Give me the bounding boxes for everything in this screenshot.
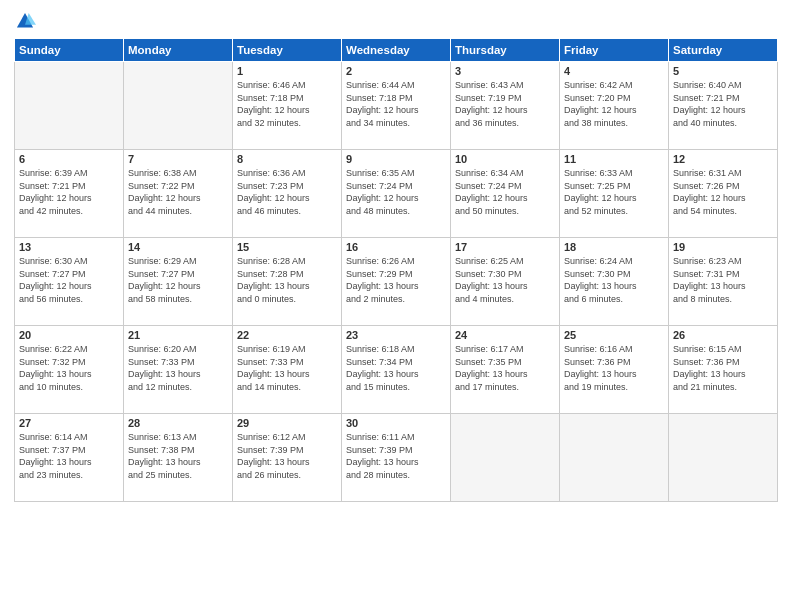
calendar-header-row: SundayMondayTuesdayWednesdayThursdayFrid…: [15, 39, 778, 62]
day-number: 20: [19, 329, 119, 341]
calendar-cell: 30Sunrise: 6:11 AM Sunset: 7:39 PM Dayli…: [342, 414, 451, 502]
day-detail: Sunrise: 6:24 AM Sunset: 7:30 PM Dayligh…: [564, 255, 664, 305]
calendar-cell: 4Sunrise: 6:42 AM Sunset: 7:20 PM Daylig…: [560, 62, 669, 150]
calendar-cell: 7Sunrise: 6:38 AM Sunset: 7:22 PM Daylig…: [124, 150, 233, 238]
calendar: SundayMondayTuesdayWednesdayThursdayFrid…: [14, 38, 778, 502]
day-number: 1: [237, 65, 337, 77]
day-number: 13: [19, 241, 119, 253]
day-detail: Sunrise: 6:28 AM Sunset: 7:28 PM Dayligh…: [237, 255, 337, 305]
calendar-cell: 29Sunrise: 6:12 AM Sunset: 7:39 PM Dayli…: [233, 414, 342, 502]
day-number: 7: [128, 153, 228, 165]
day-detail: Sunrise: 6:22 AM Sunset: 7:32 PM Dayligh…: [19, 343, 119, 393]
day-number: 30: [346, 417, 446, 429]
day-number: 17: [455, 241, 555, 253]
calendar-cell: [124, 62, 233, 150]
day-detail: Sunrise: 6:25 AM Sunset: 7:30 PM Dayligh…: [455, 255, 555, 305]
calendar-cell: 12Sunrise: 6:31 AM Sunset: 7:26 PM Dayli…: [669, 150, 778, 238]
calendar-cell: 27Sunrise: 6:14 AM Sunset: 7:37 PM Dayli…: [15, 414, 124, 502]
week-row-2: 6Sunrise: 6:39 AM Sunset: 7:21 PM Daylig…: [15, 150, 778, 238]
calendar-cell: 14Sunrise: 6:29 AM Sunset: 7:27 PM Dayli…: [124, 238, 233, 326]
column-header-thursday: Thursday: [451, 39, 560, 62]
logo-icon: [14, 10, 36, 32]
day-number: 25: [564, 329, 664, 341]
calendar-cell: 16Sunrise: 6:26 AM Sunset: 7:29 PM Dayli…: [342, 238, 451, 326]
calendar-cell: 13Sunrise: 6:30 AM Sunset: 7:27 PM Dayli…: [15, 238, 124, 326]
day-detail: Sunrise: 6:35 AM Sunset: 7:24 PM Dayligh…: [346, 167, 446, 217]
calendar-cell: 18Sunrise: 6:24 AM Sunset: 7:30 PM Dayli…: [560, 238, 669, 326]
calendar-cell: [451, 414, 560, 502]
day-detail: Sunrise: 6:20 AM Sunset: 7:33 PM Dayligh…: [128, 343, 228, 393]
day-number: 2: [346, 65, 446, 77]
calendar-cell: [560, 414, 669, 502]
day-number: 5: [673, 65, 773, 77]
calendar-cell: 15Sunrise: 6:28 AM Sunset: 7:28 PM Dayli…: [233, 238, 342, 326]
day-number: 16: [346, 241, 446, 253]
calendar-cell: 20Sunrise: 6:22 AM Sunset: 7:32 PM Dayli…: [15, 326, 124, 414]
calendar-cell: 6Sunrise: 6:39 AM Sunset: 7:21 PM Daylig…: [15, 150, 124, 238]
day-number: 14: [128, 241, 228, 253]
day-number: 22: [237, 329, 337, 341]
day-detail: Sunrise: 6:23 AM Sunset: 7:31 PM Dayligh…: [673, 255, 773, 305]
calendar-cell: 22Sunrise: 6:19 AM Sunset: 7:33 PM Dayli…: [233, 326, 342, 414]
day-detail: Sunrise: 6:16 AM Sunset: 7:36 PM Dayligh…: [564, 343, 664, 393]
column-header-friday: Friday: [560, 39, 669, 62]
day-detail: Sunrise: 6:36 AM Sunset: 7:23 PM Dayligh…: [237, 167, 337, 217]
calendar-cell: 2Sunrise: 6:44 AM Sunset: 7:18 PM Daylig…: [342, 62, 451, 150]
calendar-cell: 11Sunrise: 6:33 AM Sunset: 7:25 PM Dayli…: [560, 150, 669, 238]
week-row-3: 13Sunrise: 6:30 AM Sunset: 7:27 PM Dayli…: [15, 238, 778, 326]
day-number: 24: [455, 329, 555, 341]
calendar-cell: 23Sunrise: 6:18 AM Sunset: 7:34 PM Dayli…: [342, 326, 451, 414]
day-number: 19: [673, 241, 773, 253]
day-detail: Sunrise: 6:38 AM Sunset: 7:22 PM Dayligh…: [128, 167, 228, 217]
calendar-cell: 21Sunrise: 6:20 AM Sunset: 7:33 PM Dayli…: [124, 326, 233, 414]
calendar-cell: [15, 62, 124, 150]
day-number: 3: [455, 65, 555, 77]
day-detail: Sunrise: 6:34 AM Sunset: 7:24 PM Dayligh…: [455, 167, 555, 217]
calendar-cell: 25Sunrise: 6:16 AM Sunset: 7:36 PM Dayli…: [560, 326, 669, 414]
day-detail: Sunrise: 6:11 AM Sunset: 7:39 PM Dayligh…: [346, 431, 446, 481]
calendar-cell: 10Sunrise: 6:34 AM Sunset: 7:24 PM Dayli…: [451, 150, 560, 238]
day-number: 21: [128, 329, 228, 341]
day-detail: Sunrise: 6:30 AM Sunset: 7:27 PM Dayligh…: [19, 255, 119, 305]
day-number: 28: [128, 417, 228, 429]
column-header-monday: Monday: [124, 39, 233, 62]
day-detail: Sunrise: 6:26 AM Sunset: 7:29 PM Dayligh…: [346, 255, 446, 305]
week-row-5: 27Sunrise: 6:14 AM Sunset: 7:37 PM Dayli…: [15, 414, 778, 502]
day-detail: Sunrise: 6:14 AM Sunset: 7:37 PM Dayligh…: [19, 431, 119, 481]
calendar-cell: 26Sunrise: 6:15 AM Sunset: 7:36 PM Dayli…: [669, 326, 778, 414]
calendar-cell: 3Sunrise: 6:43 AM Sunset: 7:19 PM Daylig…: [451, 62, 560, 150]
calendar-cell: 17Sunrise: 6:25 AM Sunset: 7:30 PM Dayli…: [451, 238, 560, 326]
day-number: 26: [673, 329, 773, 341]
column-header-saturday: Saturday: [669, 39, 778, 62]
header: [14, 10, 778, 32]
day-number: 18: [564, 241, 664, 253]
day-number: 27: [19, 417, 119, 429]
day-number: 23: [346, 329, 446, 341]
day-number: 6: [19, 153, 119, 165]
day-number: 8: [237, 153, 337, 165]
page: SundayMondayTuesdayWednesdayThursdayFrid…: [0, 0, 792, 612]
day-detail: Sunrise: 6:29 AM Sunset: 7:27 PM Dayligh…: [128, 255, 228, 305]
calendar-cell: 5Sunrise: 6:40 AM Sunset: 7:21 PM Daylig…: [669, 62, 778, 150]
column-header-sunday: Sunday: [15, 39, 124, 62]
calendar-cell: 24Sunrise: 6:17 AM Sunset: 7:35 PM Dayli…: [451, 326, 560, 414]
calendar-cell: 19Sunrise: 6:23 AM Sunset: 7:31 PM Dayli…: [669, 238, 778, 326]
day-detail: Sunrise: 6:43 AM Sunset: 7:19 PM Dayligh…: [455, 79, 555, 129]
day-detail: Sunrise: 6:42 AM Sunset: 7:20 PM Dayligh…: [564, 79, 664, 129]
day-number: 9: [346, 153, 446, 165]
day-detail: Sunrise: 6:33 AM Sunset: 7:25 PM Dayligh…: [564, 167, 664, 217]
day-number: 11: [564, 153, 664, 165]
day-number: 15: [237, 241, 337, 253]
day-detail: Sunrise: 6:40 AM Sunset: 7:21 PM Dayligh…: [673, 79, 773, 129]
logo: [14, 10, 40, 32]
day-number: 29: [237, 417, 337, 429]
day-detail: Sunrise: 6:44 AM Sunset: 7:18 PM Dayligh…: [346, 79, 446, 129]
day-detail: Sunrise: 6:13 AM Sunset: 7:38 PM Dayligh…: [128, 431, 228, 481]
day-detail: Sunrise: 6:12 AM Sunset: 7:39 PM Dayligh…: [237, 431, 337, 481]
day-number: 4: [564, 65, 664, 77]
calendar-cell: 1Sunrise: 6:46 AM Sunset: 7:18 PM Daylig…: [233, 62, 342, 150]
day-detail: Sunrise: 6:46 AM Sunset: 7:18 PM Dayligh…: [237, 79, 337, 129]
day-detail: Sunrise: 6:19 AM Sunset: 7:33 PM Dayligh…: [237, 343, 337, 393]
calendar-cell: 28Sunrise: 6:13 AM Sunset: 7:38 PM Dayli…: [124, 414, 233, 502]
column-header-wednesday: Wednesday: [342, 39, 451, 62]
